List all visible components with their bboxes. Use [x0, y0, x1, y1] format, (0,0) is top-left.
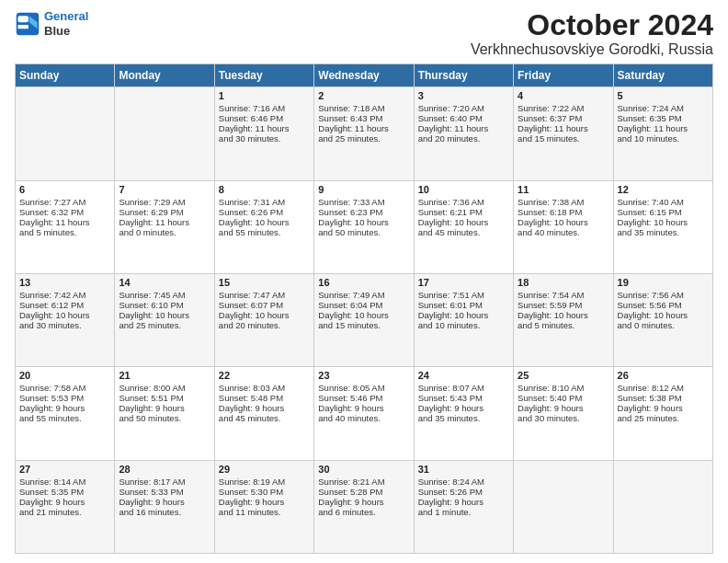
day-info: and 45 minutes. — [418, 227, 509, 237]
day-info: Sunrise: 7:40 AM — [618, 197, 709, 207]
day-info: Daylight: 10 hours — [219, 217, 310, 227]
day-info: Sunset: 6:29 PM — [119, 207, 210, 217]
day-info: Sunset: 6:32 PM — [19, 207, 110, 217]
weekday-header-friday: Friday — [514, 64, 613, 87]
day-info: Sunset: 5:46 PM — [318, 393, 409, 403]
day-info: Sunset: 6:18 PM — [518, 207, 609, 217]
day-info: Sunrise: 7:18 AM — [318, 103, 409, 113]
calendar-cell: 16Sunrise: 7:49 AMSunset: 6:04 PMDayligh… — [314, 273, 414, 366]
calendar-cell: 24Sunrise: 8:07 AMSunset: 5:43 PMDayligh… — [414, 367, 513, 460]
day-info: and 40 minutes. — [318, 413, 409, 423]
day-info: Daylight: 10 hours — [518, 310, 609, 320]
day-info: Sunrise: 7:47 AM — [219, 290, 310, 300]
day-info: and 0 minutes. — [618, 320, 709, 330]
day-info: Sunrise: 8:10 AM — [518, 383, 609, 393]
day-info: Daylight: 9 hours — [318, 403, 409, 413]
calendar-cell: 27Sunrise: 8:14 AMSunset: 5:35 PMDayligh… — [16, 460, 115, 553]
day-number: 14 — [119, 277, 210, 288]
day-info: and 25 minutes. — [618, 413, 709, 423]
location-subtitle: Verkhnechusovskiye Gorodki, Russia — [471, 41, 713, 58]
day-number: 5 — [618, 90, 709, 101]
day-number: 31 — [418, 464, 509, 475]
day-info: Sunrise: 7:36 AM — [418, 197, 509, 207]
day-info: Sunset: 5:43 PM — [418, 393, 509, 403]
day-number: 15 — [219, 277, 310, 288]
day-info: Sunset: 6:43 PM — [318, 113, 409, 123]
day-number: 16 — [318, 277, 409, 288]
day-info: Sunset: 5:40 PM — [518, 393, 609, 403]
day-number: 10 — [418, 184, 509, 195]
day-info: Daylight: 9 hours — [219, 497, 310, 507]
day-info: Daylight: 10 hours — [518, 217, 609, 227]
header: General Blue October 2024 Verkhnechusovs… — [15, 9, 713, 58]
day-info: Sunset: 6:01 PM — [418, 300, 509, 310]
calendar-cell — [16, 87, 115, 180]
day-info: Sunrise: 7:33 AM — [318, 197, 409, 207]
logo-icon — [15, 11, 40, 37]
day-info: Sunrise: 7:58 AM — [19, 383, 110, 393]
day-number: 1 — [219, 90, 310, 101]
day-info: and 15 minutes. — [318, 320, 409, 330]
day-info: Daylight: 9 hours — [19, 497, 110, 507]
day-info: and 55 minutes. — [19, 413, 110, 423]
day-info: Sunrise: 7:16 AM — [219, 103, 310, 113]
day-info: and 35 minutes. — [418, 413, 509, 423]
day-info: Sunrise: 8:14 AM — [19, 477, 110, 487]
day-info: and 21 minutes. — [19, 507, 110, 517]
calendar-cell: 21Sunrise: 8:00 AMSunset: 5:51 PMDayligh… — [115, 367, 214, 460]
day-info: Sunrise: 7:29 AM — [119, 197, 210, 207]
day-info: and 30 minutes. — [518, 413, 609, 423]
day-info: Daylight: 11 hours — [219, 123, 310, 133]
day-info: Daylight: 9 hours — [418, 403, 509, 413]
day-info: Daylight: 9 hours — [518, 403, 609, 413]
day-info: and 6 minutes. — [318, 507, 409, 517]
day-info: Daylight: 10 hours — [618, 217, 709, 227]
day-info: and 10 minutes. — [418, 320, 509, 330]
day-number: 29 — [219, 464, 310, 475]
day-number: 20 — [19, 370, 110, 381]
calendar-cell: 4Sunrise: 7:22 AMSunset: 6:37 PMDaylight… — [514, 87, 613, 180]
calendar-cell: 13Sunrise: 7:42 AMSunset: 6:12 PMDayligh… — [16, 273, 115, 366]
weekday-header-wednesday: Wednesday — [314, 64, 414, 87]
title-block: October 2024 Verkhnechusovskiye Gorodki,… — [471, 9, 713, 58]
calendar-table: SundayMondayTuesdayWednesdayThursdayFrid… — [15, 63, 713, 554]
calendar-cell: 12Sunrise: 7:40 AMSunset: 6:15 PMDayligh… — [613, 180, 712, 273]
day-info: Sunrise: 7:42 AM — [19, 290, 110, 300]
day-info: Daylight: 9 hours — [119, 403, 210, 413]
day-number: 28 — [119, 464, 210, 475]
weekday-header-saturday: Saturday — [613, 64, 712, 87]
day-number: 22 — [219, 370, 310, 381]
calendar-cell: 23Sunrise: 8:05 AMSunset: 5:46 PMDayligh… — [314, 367, 414, 460]
svg-rect-2 — [18, 16, 28, 22]
day-info: Sunrise: 8:24 AM — [418, 477, 509, 487]
day-info: Sunrise: 8:03 AM — [219, 383, 310, 393]
calendar-cell: 1Sunrise: 7:16 AMSunset: 6:46 PMDaylight… — [214, 87, 313, 180]
day-info: Sunrise: 7:31 AM — [219, 197, 310, 207]
calendar-cell: 25Sunrise: 8:10 AMSunset: 5:40 PMDayligh… — [514, 367, 613, 460]
day-info: and 16 minutes. — [119, 507, 210, 517]
day-info: Daylight: 9 hours — [19, 403, 110, 413]
month-title: October 2024 — [471, 9, 713, 41]
day-info: Sunrise: 7:45 AM — [119, 290, 210, 300]
day-info: Daylight: 11 hours — [19, 217, 110, 227]
day-info: Sunset: 6:23 PM — [318, 207, 409, 217]
day-number: 13 — [19, 277, 110, 288]
calendar-cell: 6Sunrise: 7:27 AMSunset: 6:32 PMDaylight… — [16, 180, 115, 273]
calendar-cell: 28Sunrise: 8:17 AMSunset: 5:33 PMDayligh… — [115, 460, 214, 553]
day-info: Daylight: 9 hours — [418, 497, 509, 507]
day-info: Sunrise: 7:22 AM — [518, 103, 609, 113]
day-info: Sunset: 5:51 PM — [119, 393, 210, 403]
calendar-cell: 2Sunrise: 7:18 AMSunset: 6:43 PMDaylight… — [314, 87, 414, 180]
day-info: Sunset: 6:15 PM — [618, 207, 709, 217]
day-info: Sunset: 6:35 PM — [618, 113, 709, 123]
calendar-cell: 30Sunrise: 8:21 AMSunset: 5:28 PMDayligh… — [314, 460, 414, 553]
calendar-week-1: 1Sunrise: 7:16 AMSunset: 6:46 PMDaylight… — [16, 87, 713, 180]
weekday-header-row: SundayMondayTuesdayWednesdayThursdayFrid… — [16, 64, 713, 87]
day-number: 12 — [618, 184, 709, 195]
calendar-cell: 3Sunrise: 7:20 AMSunset: 6:40 PMDaylight… — [414, 87, 513, 180]
day-info: and 20 minutes. — [418, 133, 509, 144]
day-info: Sunset: 5:26 PM — [418, 487, 509, 497]
day-info: Sunrise: 8:21 AM — [318, 477, 409, 487]
calendar-cell: 10Sunrise: 7:36 AMSunset: 6:21 PMDayligh… — [414, 180, 513, 273]
weekday-header-monday: Monday — [115, 64, 214, 87]
